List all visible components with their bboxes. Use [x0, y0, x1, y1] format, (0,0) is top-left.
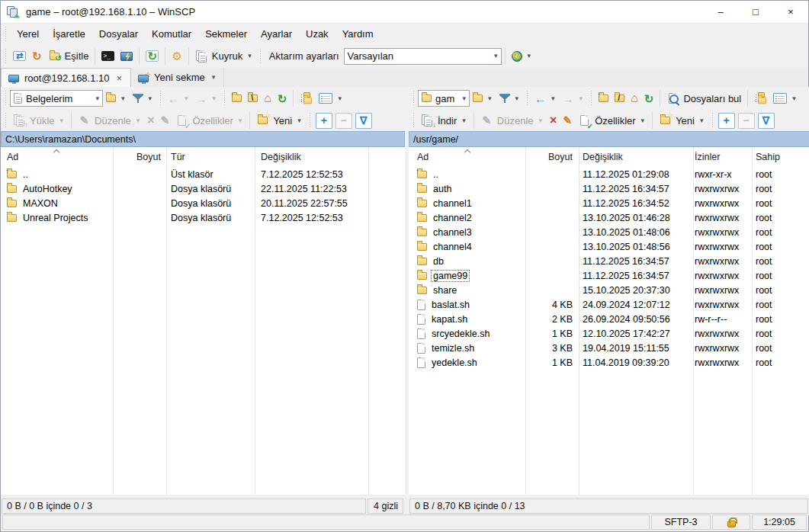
- table-row[interactable]: channel4 13.10.2025 01:48:56 rwxrwxrwx r…: [409, 239, 809, 254]
- menu-dosyalar[interactable]: Dosyalar: [92, 25, 145, 43]
- table-row[interactable]: baslat.sh 4 KB 24.09.2024 12:07:12 rwxrw…: [409, 297, 809, 312]
- table-row[interactable]: channel3 13.10.2025 01:48:06 rwxrwxrwx r…: [409, 225, 809, 239]
- menu-yerel[interactable]: Yerel: [10, 25, 46, 43]
- column-header-izinler[interactable]: İzinler: [693, 147, 752, 167]
- remote-filter-button[interactable]: ▾: [496, 91, 524, 106]
- local-filter-button[interactable]: ▾: [130, 91, 157, 106]
- table-row[interactable]: srcyedekle.sh 1 KB 12.10.2025 17:42:27 r…: [409, 326, 809, 341]
- tab-session-active[interactable]: root@192.168.1.10 ×: [1, 68, 131, 87]
- download-button[interactable]: ↓ İndir ▾: [418, 112, 470, 129]
- remote-location-combo[interactable]: gam ▾: [418, 90, 470, 107]
- local-home-directory-button[interactable]: ⌂: [261, 90, 274, 107]
- find-files-button[interactable]: Dosyaları bul: [663, 90, 744, 107]
- local-hidden-count[interactable]: 4 gizli: [368, 498, 403, 514]
- table-row[interactable]: db 11.12.2025 16:34:57 rwxrwxrwx root: [409, 254, 809, 268]
- remote-new-button[interactable]: ☆ Yeni ▾: [656, 112, 708, 130]
- upload-button[interactable]: ↑ Yükle ▾: [10, 112, 68, 129]
- table-row[interactable]: channel1 11.12.2025 16:34:52 rwxrwxrwx r…: [409, 196, 809, 210]
- open-console-button[interactable]: >_: [98, 49, 117, 63]
- remote-properties-button[interactable]: ✓ Özellikler ▾: [575, 112, 649, 130]
- column-header-degisiklik[interactable]: Değişiklik: [579, 147, 693, 167]
- local-new-button[interactable]: ☆ Yeni ▾: [253, 112, 305, 130]
- table-row[interactable]: MAXON Dosya klasörü 20.11.2025 22:57:55: [1, 196, 405, 210]
- local-location-combo[interactable]: Belgelerim ▾: [10, 90, 103, 107]
- table-row[interactable]: kapat.sh 2 KB 26.09.2024 09:50:56 rw-r--…: [409, 312, 809, 326]
- local-select-minus-button[interactable]: −: [335, 113, 352, 129]
- protocol-cell[interactable]: SFTP-3: [651, 514, 711, 530]
- menu-komutlar[interactable]: Komutlar: [145, 25, 198, 43]
- local-edit-button[interactable]: ✎ Düzenle ▾: [75, 112, 144, 130]
- connection-button[interactable]: [117, 50, 136, 63]
- column-header-boyut[interactable]: Boyut: [113, 147, 166, 167]
- local-path-bar[interactable]: C:\Users\ramazan\Documents\: [1, 131, 405, 147]
- table-row[interactable]: share 15.10.2025 20:37:30 rwxrwxrwx root: [409, 283, 809, 297]
- synchronize-button[interactable]: ↺ Eşitle: [45, 47, 92, 65]
- background-transfers-button[interactable]: ↻: [143, 48, 162, 64]
- file-name-cell: auth: [409, 181, 525, 196]
- menu-sekmeler[interactable]: Sekmeler: [198, 25, 254, 43]
- remote-root-directory-button[interactable]: /: [612, 92, 628, 104]
- local-properties-button[interactable]: ✓ Özellikler ▾: [172, 112, 246, 130]
- local-forward-button[interactable]: →▾: [193, 91, 221, 107]
- local-status-summary[interactable]: 0 B / 0 B içinde 0 / 3: [2, 498, 366, 514]
- remote-open-directory-button[interactable]: ▾: [470, 92, 496, 104]
- remote-forward-button[interactable]: →▾: [560, 91, 588, 107]
- column-header-tur[interactable]: Tür: [166, 147, 255, 167]
- local-parent-directory-button[interactable]: ↑: [229, 92, 245, 104]
- table-row[interactable]: ↑.. Üst klasör 7.12.2025 12:52:53: [1, 167, 405, 181]
- table-row[interactable]: yedekle.sh 1 KB 11.04.2019 09:39:20 rwxr…: [409, 355, 809, 370]
- remote-invert-filter-button[interactable]: ∇: [758, 113, 775, 129]
- synchronize-remote-button[interactable]: ↻ ▾: [509, 49, 536, 64]
- column-header-degisiklik[interactable]: Değişiklik: [255, 147, 368, 167]
- menu-uzak[interactable]: Uzak: [299, 25, 335, 43]
- local-back-button[interactable]: ←▾: [165, 91, 193, 107]
- local-view-button[interactable]: ▾: [316, 91, 346, 106]
- local-delete-button[interactable]: ×: [144, 112, 157, 129]
- menu-yardim[interactable]: Yardım: [335, 25, 380, 43]
- remote-home-directory-button[interactable]: ⌂: [628, 90, 641, 107]
- remote-parent-directory-button[interactable]: ↑: [596, 92, 612, 104]
- remote-path-bar[interactable]: /usr/game/: [409, 131, 809, 147]
- remote-edit-button[interactable]: ✎ Düzenle ▾: [477, 112, 547, 130]
- local-invert-filter-button[interactable]: ∇: [355, 113, 372, 129]
- menu-ayarlar[interactable]: Ayarlar: [254, 25, 299, 43]
- queue-button[interactable]: Kuyruk ▾: [192, 48, 256, 65]
- local-open-directory-button[interactable]: ▾: [103, 92, 130, 104]
- remote-back-button[interactable]: ←▾: [531, 91, 560, 107]
- column-header-sahip[interactable]: Sahip: [752, 147, 805, 167]
- remote-tree-button[interactable]: [751, 90, 770, 107]
- encryption-cell[interactable]: [712, 514, 750, 530]
- local-tree-button[interactable]: [297, 90, 316, 107]
- local-command-toolbar: ↑ Yükle ▾ ✎ Düzenle ▾ × ✎ ✓ Özellikler ▾…: [1, 110, 405, 131]
- table-row[interactable]: temizle.sh 3 KB 19.04.2019 15:11:55 rwxr…: [409, 341, 809, 355]
- remote-status-summary[interactable]: 0 B / 8,70 KB içinde 0 / 13: [409, 498, 808, 514]
- local-root-directory-button[interactable]: \: [245, 92, 261, 104]
- menu-isaretle[interactable]: İşaretle: [46, 25, 92, 43]
- table-row[interactable]: AutoHotkey Dosya klasörü 22.11.2025 11:2…: [1, 181, 405, 196]
- table-row[interactable]: Unreal Projects Dosya klasörü 7.12.2025 …: [1, 210, 405, 225]
- tab-close-icon[interactable]: ×: [115, 72, 124, 84]
- maximize-button[interactable]: □: [738, 1, 773, 23]
- local-rename-button[interactable]: ✎: [158, 113, 173, 128]
- table-row[interactable]: channel2 13.10.2025 01:46:28 rwxrwxrwx r…: [409, 210, 809, 225]
- sync-browsing-button[interactable]: ⇄: [10, 49, 29, 63]
- remote-select-plus-button[interactable]: +: [718, 113, 735, 129]
- tab-new-session[interactable]: ☆ Yeni sekme ▾: [131, 68, 224, 87]
- minimize-button[interactable]: –: [703, 1, 738, 23]
- local-refresh-button[interactable]: ↻: [274, 91, 291, 107]
- file-modified-cell: 13.10.2025 01:48:56: [579, 239, 693, 254]
- table-row[interactable]: ↑.. 11.12.2025 01:29:08 rwxr-xr-x root: [409, 167, 809, 181]
- refresh-session-button[interactable]: ↻: [29, 48, 45, 64]
- table-row[interactable]: auth 11.12.2025 16:34:57 rwxrwxrwx root: [409, 181, 809, 196]
- remote-refresh-button[interactable]: ↻: [641, 91, 657, 107]
- remote-delete-button[interactable]: ×: [547, 112, 560, 129]
- local-select-plus-button[interactable]: +: [316, 113, 332, 129]
- table-row-focused[interactable]: game99 11.12.2025 16:34:57 rwxrwxrwx roo…: [409, 268, 809, 283]
- close-button[interactable]: ×: [773, 1, 808, 23]
- preferences-button[interactable]: ⚙: [169, 48, 185, 64]
- remote-rename-button[interactable]: ✎: [560, 113, 575, 128]
- transfer-preset-combo[interactable]: Varsayılan ▾: [344, 48, 502, 65]
- remote-view-button[interactable]: ▾: [770, 91, 801, 106]
- remote-select-minus-button[interactable]: −: [738, 113, 755, 129]
- column-header-boyut[interactable]: Boyut: [525, 147, 579, 167]
